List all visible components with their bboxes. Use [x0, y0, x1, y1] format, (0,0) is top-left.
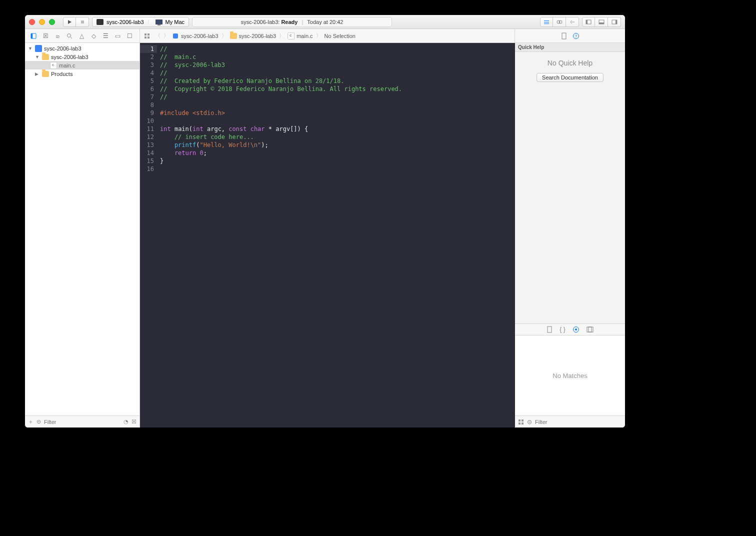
- panel-toggle-group: [582, 17, 621, 27]
- svg-rect-28: [587, 327, 593, 332]
- svg-rect-2: [544, 20, 549, 21]
- svg-rect-33: [522, 422, 524, 424]
- project-icon: [35, 45, 42, 52]
- svg-rect-1: [81, 20, 84, 24]
- symbol-navigator-tab[interactable]: ⎄: [52, 30, 63, 42]
- tree-label: Products: [51, 71, 72, 77]
- quick-help-body: No Quick Help Search Documentation: [515, 52, 625, 89]
- assistant-editor-button[interactable]: [553, 17, 566, 27]
- line-gutter: 12345678910111213141516: [140, 43, 157, 428]
- svg-rect-4: [544, 24, 549, 24]
- nav-back-button[interactable]: 〈: [155, 32, 160, 40]
- breadcrumb-selection[interactable]: No Selection: [324, 33, 356, 39]
- folder-icon: [230, 33, 237, 39]
- toggle-debug-button[interactable]: [595, 17, 608, 27]
- quick-help-header: Quick Help: [515, 43, 625, 52]
- disclosure-icon[interactable]: ▶: [35, 72, 40, 76]
- code-area[interactable]: // // main.c // sysc-2006-lab3 // // Cre…: [157, 43, 515, 428]
- svg-point-27: [575, 328, 577, 330]
- library-tabs: { }: [515, 324, 625, 336]
- version-editor-button[interactable]: [566, 17, 579, 27]
- device-icon: [156, 20, 162, 24]
- svg-rect-18: [148, 34, 150, 36]
- standard-editor-button[interactable]: [540, 17, 553, 27]
- project-navigator-tab[interactable]: [28, 30, 39, 42]
- source-editor[interactable]: 12345678910111213141516 // // main.c // …: [140, 43, 515, 428]
- status-project: sysc-2006-lab3: Ready: [241, 19, 298, 25]
- search-documentation-button[interactable]: Search Documentation: [536, 73, 604, 82]
- minimize-window-button[interactable]: [39, 19, 45, 25]
- svg-point-6: [559, 20, 562, 24]
- test-navigator-tab[interactable]: ◇: [88, 30, 99, 42]
- svg-rect-14: [31, 34, 32, 38]
- toggle-navigator-button[interactable]: [582, 17, 595, 27]
- file-template-library-tab[interactable]: [546, 326, 552, 333]
- svg-line-16: [70, 37, 72, 38]
- quick-help-inspector-tab[interactable]: ?: [570, 30, 582, 42]
- c-file-icon: [288, 32, 294, 40]
- svg-marker-0: [68, 20, 72, 24]
- svg-rect-10: [599, 22, 604, 24]
- tree-folder[interactable]: ▼ sysc-2006-lab3: [25, 52, 140, 61]
- library-filter-input[interactable]: [535, 419, 622, 425]
- svg-text:?: ?: [575, 34, 578, 38]
- related-items-icon[interactable]: [144, 33, 152, 39]
- breadcrumb-project[interactable]: sysc-2006-lab3: [172, 32, 218, 40]
- project-tree[interactable]: ▼ sysc-2006-lab3 ▼ sysc-2006-lab3 main.c…: [25, 43, 140, 416]
- disclosure-icon[interactable]: ▼: [35, 54, 40, 60]
- report-navigator-tab[interactable]: ☐: [124, 30, 135, 42]
- media-library-tab[interactable]: [586, 326, 594, 332]
- navigator-filter-input[interactable]: [44, 419, 120, 425]
- target-icon: [96, 19, 104, 25]
- debug-navigator-tab[interactable]: ☰: [100, 30, 111, 42]
- scheme-selector[interactable]: sysc-2006-lab3 〉 My Mac: [92, 17, 189, 27]
- stop-button[interactable]: [76, 17, 89, 27]
- tree-project-root[interactable]: ▼ sysc-2006-lab3: [25, 44, 140, 52]
- inspector-panel: Quick Help No Quick Help Search Document…: [515, 43, 625, 428]
- find-navigator-tab[interactable]: [64, 30, 75, 42]
- scheme-target: sysc-2006-lab3: [106, 19, 144, 25]
- activity-status: sysc-2006-lab3: Ready | Today at 20:42: [192, 17, 392, 27]
- file-inspector-tab[interactable]: [558, 30, 570, 42]
- jump-bar[interactable]: 〈 〉 sysc-2006-lab3 〉 sysc-2006-lab3 〉 ma…: [140, 29, 515, 42]
- xcode-window: sysc-2006-lab3 〉 My Mac sysc-2006-lab3: …: [25, 15, 625, 428]
- close-window-button[interactable]: [29, 19, 35, 25]
- issue-navigator-tab[interactable]: △: [76, 30, 87, 42]
- editor-mode-group: [540, 17, 579, 27]
- svg-rect-21: [173, 34, 178, 38]
- scheme-device: My Mac: [166, 19, 185, 25]
- no-quick-help-label: No Quick Help: [522, 59, 618, 67]
- svg-rect-22: [562, 33, 566, 39]
- code-snippet-library-tab[interactable]: { }: [560, 326, 565, 333]
- disclosure-icon[interactable]: ▼: [28, 46, 33, 51]
- navigator-sidebar: ▼ sysc-2006-lab3 ▼ sysc-2006-lab3 main.c…: [25, 43, 140, 428]
- svg-rect-20: [148, 36, 150, 38]
- library-view-mode-icon[interactable]: [518, 419, 524, 425]
- svg-rect-17: [144, 34, 146, 36]
- scm-filter-icon[interactable]: ☒: [132, 418, 136, 425]
- filter-icon: ⊝: [36, 418, 41, 425]
- breadcrumb-folder[interactable]: sysc-2006-lab3: [230, 33, 276, 39]
- run-button[interactable]: [63, 17, 76, 27]
- svg-rect-8: [586, 20, 588, 24]
- tree-file-main-c[interactable]: main.c: [25, 61, 140, 70]
- breadcrumb-file[interactable]: main.c: [288, 32, 312, 40]
- nav-forward-button[interactable]: 〉: [164, 32, 169, 40]
- add-button[interactable]: ＋: [28, 418, 34, 426]
- toolbar: sysc-2006-lab3 〉 My Mac sysc-2006-lab3: …: [25, 15, 625, 29]
- object-library-tab[interactable]: [572, 326, 580, 333]
- no-matches-label: No Matches: [552, 372, 587, 380]
- tree-products-folder[interactable]: ▶ Products: [25, 70, 140, 78]
- run-stop-group: [63, 17, 89, 27]
- navigator-tabs: ☒ ⎄ △ ◇ ☰ ▭ ☐: [25, 29, 140, 42]
- toggle-inspector-button[interactable]: [608, 17, 621, 27]
- folder-icon: [42, 71, 49, 77]
- source-control-navigator-tab[interactable]: ☒: [40, 30, 51, 42]
- main-body: ▼ sysc-2006-lab3 ▼ sysc-2006-lab3 main.c…: [25, 43, 625, 428]
- svg-rect-31: [522, 420, 524, 422]
- breakpoint-navigator-tab[interactable]: ▭: [112, 30, 123, 42]
- tree-label: sysc-2006-lab3: [44, 46, 82, 52]
- svg-rect-25: [548, 326, 552, 332]
- zoom-window-button[interactable]: [49, 19, 55, 25]
- recent-filter-icon[interactable]: ◔: [124, 418, 128, 425]
